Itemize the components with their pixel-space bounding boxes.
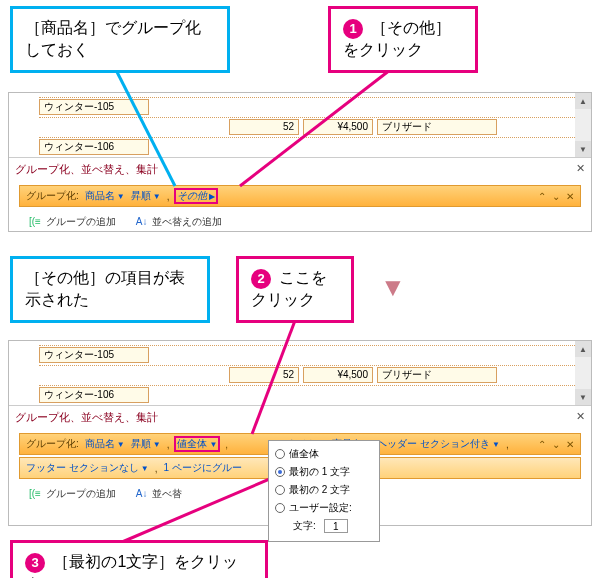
callout-text: ［最初の1文字］をクリック: [25, 553, 238, 578]
delete-group-icon[interactable]: ✕: [566, 191, 574, 202]
chevron-down-icon: ▼: [380, 272, 406, 303]
close-icon[interactable]: ✕: [576, 162, 585, 177]
callout-step3: 3 ［最初の1文字］をクリック: [10, 540, 268, 578]
group-value-chip[interactable]: 値全体▼: [175, 437, 219, 451]
step-3-badge: 3: [25, 553, 45, 573]
move-up-icon[interactable]: ⌃: [538, 439, 546, 450]
callout-text: ［その他］の項目が表示された: [25, 269, 185, 308]
add-row: [(≡ グループの追加 A↓ 並べ替えの追加: [9, 211, 591, 237]
section-title: グループ化、並べ替え、集計: [15, 410, 158, 425]
callout-group-by-product: ［商品名］でグループ化しておく: [10, 6, 230, 73]
add-group-button[interactable]: [(≡ グループの追加: [29, 215, 116, 229]
vertical-scrollbar[interactable]: ▲ ▼: [575, 341, 591, 405]
cell-price: ¥4,500: [303, 367, 373, 383]
group-sort-chip[interactable]: 昇順▼: [131, 437, 161, 451]
scroll-down-icon[interactable]: ▼: [575, 141, 591, 157]
callout-step1: 1 ［その他］をクリック: [328, 6, 478, 73]
add-group-icon: [(≡: [29, 216, 41, 227]
callout-step2: 2 ここをクリック: [236, 256, 354, 323]
cell-product-code: ウィンター-105: [39, 99, 149, 115]
sort-icon: A↓: [136, 216, 148, 227]
user-char-count-input[interactable]: [324, 519, 348, 533]
group-field-chip[interactable]: 商品名▼: [85, 189, 125, 203]
group-sort-section-header-2: グループ化、並べ替え、集計 ✕: [9, 405, 591, 429]
option-first-2-char[interactable]: 最初の 2 文字: [275, 481, 373, 499]
cell-qty: 52: [229, 119, 299, 135]
option-user-chars-row: 文字:: [275, 517, 373, 535]
group-header-chip[interactable]: ヘッダー セクション付き▼: [377, 437, 500, 451]
scroll-up-icon[interactable]: ▲: [575, 93, 591, 109]
step-2-badge: 2: [251, 269, 271, 289]
cell-name: ブリザード: [377, 119, 497, 135]
callout-more-shown: ［その他］の項目が表示された: [10, 256, 210, 323]
cell-name: ブリザード: [377, 367, 497, 383]
add-group-button[interactable]: [(≡ グループの追加: [29, 487, 116, 501]
scroll-down-icon[interactable]: ▼: [575, 389, 591, 405]
section-title: グループ化、並べ替え、集計: [15, 162, 158, 177]
group-label: グループ化:: [26, 189, 79, 203]
group-more-chip[interactable]: その他▶: [175, 189, 217, 203]
cell-price: ¥4,500: [303, 119, 373, 135]
scroll-up-icon[interactable]: ▲: [575, 341, 591, 357]
move-down-icon[interactable]: ⌄: [552, 439, 560, 450]
cell-product-code-2: ウィンター-106: [39, 139, 149, 155]
cell-product-code-2: ウィンター-106: [39, 387, 149, 403]
option-user-defined[interactable]: ユーザー設定:: [275, 499, 373, 517]
access-panel-1: ウィンター-105 52 ¥4,500 ブリザード ウィンター-106 ▲ ▼ …: [8, 92, 592, 232]
group-field-chip[interactable]: 商品名▼: [85, 437, 125, 451]
vertical-scrollbar[interactable]: ▲ ▼: [575, 93, 591, 157]
add-group-icon: [(≡: [29, 488, 41, 499]
group-interval-dropdown[interactable]: 値全体 最初の 1 文字 最初の 2 文字 ユーザー設定: 文字:: [268, 440, 380, 542]
step-1-badge: 1: [343, 19, 363, 39]
add-sort-button[interactable]: A↓ 並べ替えの追加: [136, 215, 222, 229]
move-up-icon[interactable]: ⌃: [538, 191, 546, 202]
cell-product-code: ウィンター-105: [39, 347, 149, 363]
option-first-1-char[interactable]: 最初の 1 文字: [275, 463, 373, 481]
report-grid-2: ウィンター-105 52 ¥4,500 ブリザード ウィンター-106 ▲ ▼: [9, 341, 591, 405]
callout-text: ［商品名］でグループ化しておく: [25, 19, 201, 58]
group-footer-chip[interactable]: フッター セクションなし▼: [26, 461, 149, 475]
report-grid: ウィンター-105 52 ¥4,500 ブリザード ウィンター-106 ▲ ▼: [9, 93, 591, 157]
group-label: グループ化:: [26, 437, 79, 451]
radio-icon: [275, 485, 285, 495]
sort-icon: A↓: [136, 488, 148, 499]
move-down-icon[interactable]: ⌄: [552, 191, 560, 202]
group-page-chip[interactable]: 1 ページにグルー: [163, 461, 241, 475]
radio-icon: [275, 449, 285, 459]
delete-group-icon[interactable]: ✕: [566, 439, 574, 450]
group-sort-chip[interactable]: 昇順▼: [131, 189, 161, 203]
close-icon[interactable]: ✕: [576, 410, 585, 425]
group-sort-section-header: グループ化、並べ替え、集計 ✕: [9, 157, 591, 181]
cell-qty: 52: [229, 367, 299, 383]
group-band[interactable]: グループ化: 商品名▼ 昇順▼ , その他▶ ⌃ ⌄ ✕: [19, 185, 581, 207]
radio-on-icon: [275, 467, 285, 477]
radio-icon: [275, 503, 285, 513]
add-sort-button[interactable]: A↓ 並べ替: [136, 487, 182, 501]
option-all-value[interactable]: 値全体: [275, 445, 373, 463]
